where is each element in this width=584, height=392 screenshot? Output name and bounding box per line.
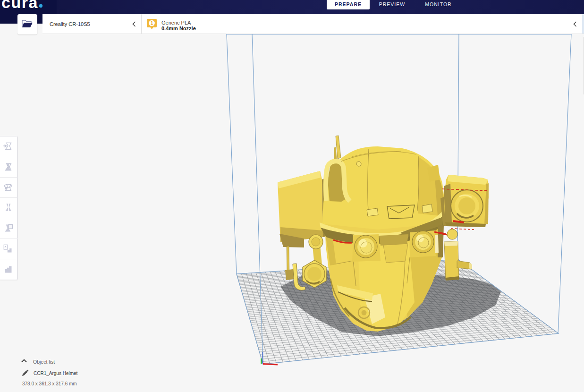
svg-text:1: 1 — [151, 21, 153, 26]
